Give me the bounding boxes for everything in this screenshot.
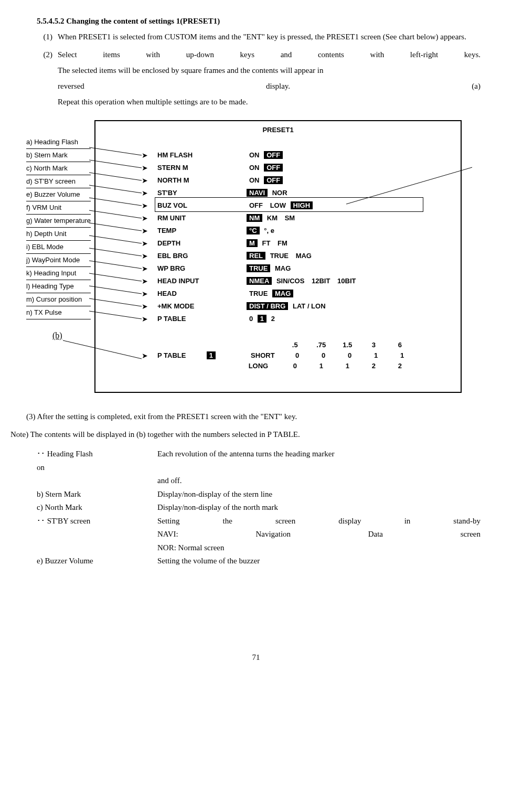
option: TRUE [268,250,291,262]
setting-name: HM FLASH [157,149,247,162]
setting-row: HM FLASHON OFF [157,149,358,162]
setting-row: HEAD INPUTNMEA SIN/COS 12BIT 10BIT [157,275,358,287]
option-selected: MAG [272,290,293,297]
desc-key [37,474,157,488]
ptable-row1-label: SHORT [251,351,282,360]
setting-name: +MK MODE [157,300,247,313]
preset-title: PRESET1 [262,125,293,135]
para2-word-display: display. [266,78,290,94]
option-selected: NAVI [247,189,268,197]
option: 2 [269,313,278,325]
page-number: 71 [10,652,502,663]
leader-a [315,162,483,209]
arrow-icon: ➤ [142,287,148,300]
para1-text: When PRESET1 is selected from CUSTOM ite… [58,29,481,45]
setting-name: EBL BRG [157,250,247,262]
option-selected: NMEA [247,277,272,285]
desc-row: ･･ ST'BY screenSetting the screen displa… [37,515,481,528]
arrow-icon: ➤ [142,237,148,250]
ptable-cell: 0 [282,361,308,371]
label-item: c) North Mark [26,162,91,175]
option: ON [247,174,262,187]
arrow-icon: ➤ [142,351,148,361]
option-selected: DIST / BRG [247,302,288,310]
option-selected: M [247,239,258,247]
option: 0 [247,313,255,325]
arrow-column: ➤➤➤➤➤➤➤➤➤➤➤➤➤➤ [142,149,148,325]
desc-value: Setting the screen display in stand-by [157,515,481,528]
option-selected: OFF [264,151,283,159]
ptable-cell: 2 [360,361,387,371]
label-list: a) Heading Flashb) Stern Markc) North Ma… [26,136,91,319]
setting-row: TEMP°C °, e [157,225,358,237]
desc-row: and off. [37,474,481,488]
arrow-icon: ➤ [142,162,148,174]
ptable-cell: .75 [308,340,334,350]
desc-value [157,461,481,475]
arrow-icon: ➤ [142,262,148,275]
ptable-selected: 1 [207,351,216,359]
ptable-cell: 0 [337,351,363,360]
desc-key: on [37,461,157,475]
desc-key: c) North Mark [37,501,157,515]
desc-key: ･･ Heading Flash [37,447,157,461]
ptable-block: .5.751.536 P TABLE 1 SHORT 00011 LONG 01… [157,340,415,372]
desc-value: NAVI: Navigation Data screen [157,528,481,541]
para2-line-f: Repeat this operation when multiple sett… [58,94,481,110]
setting-row: DEPTHM FT FM [157,237,358,250]
desc-row: b) Stern MarkDisplay/non-display of the … [37,488,481,501]
desc-value: Setting the volume of the buzzer [157,554,481,568]
ptable-cell: 1 [389,351,415,360]
ptable-cell: 0 [284,351,311,360]
ptable-cell: 0 [311,351,337,360]
ptable-cell: 6 [387,340,413,350]
section-heading: 5.5.4.5.2 Changing the content of settin… [37,16,502,27]
arrow-icon: ➤ [142,174,148,187]
desc-key: b) Stern Mark [37,488,157,501]
desc-value: Display/non-display of the stern line [157,488,481,501]
desc-row: on [37,461,481,475]
setting-name: TEMP [157,225,247,237]
ptable-cell: 1.5 [334,340,360,350]
arrow-icon: ➤ [142,225,148,237]
ptable-header-row: .5.751.536 [282,341,413,349]
description-table: ･･ Heading FlashEach revolution of the a… [37,447,481,568]
option-selected: °C [247,227,260,234]
desc-value: NOR: Normal screen [157,541,481,555]
setting-row: EBL BRGREL TRUE MAG [157,250,358,262]
desc-value: Display/non-display of the north mark [157,501,481,515]
setting-name: NORTH M [157,174,247,187]
option: KM [264,212,280,225]
arrow-icon: ➤ [142,313,148,325]
ptable-cell: 3 [360,340,387,350]
para2-num: (2) [31,47,58,110]
setting-name: P TABLE [157,313,247,325]
setting-row: WP BRGTRUE MAG [157,262,358,275]
preset1-diagram: PRESET1 a) Heading Flashb) Stern Markc) … [21,120,502,398]
setting-name: STERN M [157,162,247,174]
para2-line-a: Select items with up-down keys and conte… [58,47,481,62]
desc-row: NOR: Normal screen [37,541,481,555]
ptable-cell: 1 [308,361,334,371]
option: TRUE [247,287,270,300]
option: 10BIT [335,275,358,287]
option: MAG [272,262,293,275]
option-selected: OFF [264,164,283,172]
option: SM [282,212,298,225]
ptable-name: P TABLE [157,351,205,360]
arrow-icon: ➤ [142,212,148,225]
option-selected: 1 [258,315,266,323]
label-item: j) WayPoint Mode [26,254,91,267]
ptable-row2: 01122 [282,362,413,370]
para1-num: (1) [31,29,58,45]
desc-row: e) Buzzer VolumeSetting the volume of th… [37,554,481,568]
label-item: d) ST'BY screen [26,175,91,188]
setting-row: P TABLE0 1 2 [157,313,358,325]
setting-name: HEAD INPUT [157,275,247,287]
ptable-cell: 1 [363,351,389,360]
arrow-icon: ➤ [142,199,148,212]
para2-word-reversed: reversed [58,78,84,94]
setting-row: +MK MODEDIST / BRG LAT / LON [157,300,358,313]
desc-key: ･･ ST'BY screen [37,515,157,528]
desc-row: ･･ Heading FlashEach revolution of the a… [37,447,481,461]
